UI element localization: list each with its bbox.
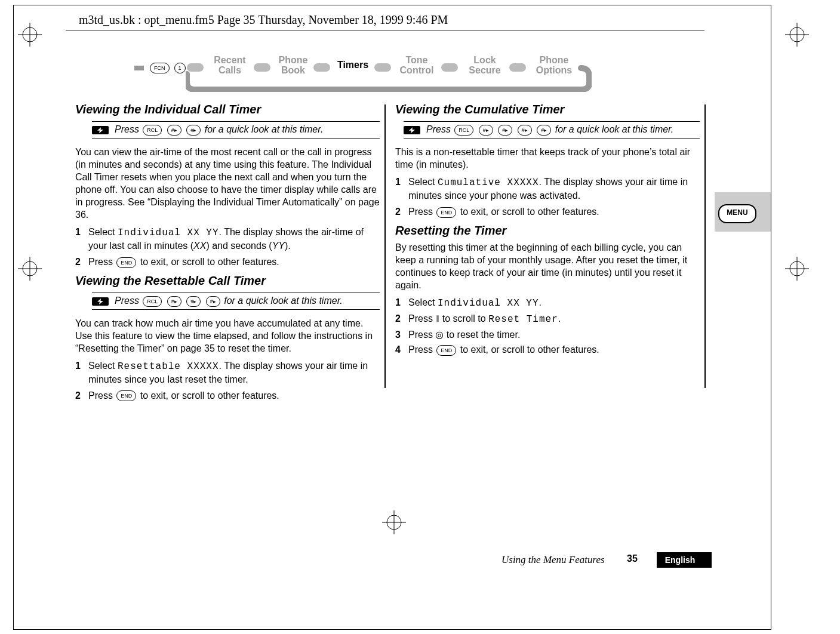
step-number: 4	[395, 343, 401, 356]
rcl-key: RCL	[143, 125, 162, 136]
nav-pipe-icon	[186, 60, 592, 92]
heading-cumulative-timer: Viewing the Cumulative Timer	[395, 103, 700, 116]
paragraph: This is a non-resettable timer that keep…	[395, 146, 700, 171]
pound-key: #▸	[479, 125, 493, 136]
reg-mark-right	[785, 257, 809, 281]
step-number: 3	[395, 328, 401, 341]
pound-key: #▸	[167, 296, 181, 307]
tip-text: Press	[426, 124, 453, 134]
language-badge: English	[657, 552, 703, 568]
pound-key: #▸	[167, 125, 181, 136]
heading-resetting-timer: Resetting the Timer	[395, 224, 700, 238]
paragraph: By resetting this timer at the beginning…	[395, 241, 700, 291]
rcl-key: RCL	[454, 125, 473, 136]
paragraph: You can view the air-time of the most re…	[75, 146, 380, 221]
step-number: 2	[395, 205, 401, 218]
end-key: END	[116, 257, 136, 268]
end-key: END	[436, 345, 456, 356]
reg-mark-bottom	[382, 510, 406, 534]
tip-text: Press	[115, 124, 141, 134]
footer-section: Using the Menu Features	[501, 554, 605, 566]
page-path: m3td_us.bk : opt_menu.fm5 Page 35 Thursd…	[79, 13, 448, 27]
pound-key: #▸	[186, 125, 201, 136]
tip-text: for a quick look at this timer.	[555, 124, 674, 134]
reg-mark-top-right	[785, 23, 809, 47]
tip-text: for a quick look at this timer.	[224, 296, 343, 306]
heading-individual-timer: Viewing the Individual Call Timer	[75, 103, 380, 116]
list-item: 1 Select Individual XX YY. The display s…	[75, 226, 380, 252]
list-item: 1 Select Cumulative XXXXX. The display s…	[395, 176, 700, 202]
rcl-key: RCL	[143, 296, 162, 307]
list-item: 3 Press ◎ to reset the timer.	[395, 328, 700, 341]
step-number: 1	[395, 296, 401, 309]
menu-badge: MENU	[718, 204, 756, 223]
end-key: END	[116, 390, 136, 401]
tip-text: for a quick look at this timer.	[205, 124, 324, 134]
step-number: 1	[75, 359, 81, 372]
list-item: 2 Press END to exit, or scroll to other …	[75, 389, 380, 402]
tip-icon	[92, 126, 109, 134]
list-item: 2 Press ⦀ to scroll to Reset Timer.	[395, 312, 700, 326]
list-item: 4 Press END to exit, or scroll to other …	[395, 343, 700, 356]
list-item: 1 Select Individual XX YY.	[395, 296, 700, 310]
step-number: 1	[395, 176, 401, 188]
list-item: 2 Press END to exit, or scroll to other …	[75, 256, 380, 268]
page-number: 35	[627, 553, 638, 564]
step-number: 2	[75, 256, 81, 268]
lcd-text: Individual XX YY	[118, 227, 219, 238]
reg-mark-top-left	[18, 23, 42, 47]
lcd-text: Resettable XXXXX	[118, 361, 219, 372]
end-key: END	[436, 207, 456, 218]
tip-text: Press	[115, 296, 141, 306]
step-number: 2	[395, 312, 401, 325]
pound-key: #▸	[537, 125, 551, 136]
pound-key: #▸	[518, 125, 532, 136]
step-number: 2	[75, 389, 81, 402]
tip-icon	[92, 297, 109, 306]
outer-rule	[704, 104, 706, 388]
heading-resettable-timer: Viewing the Resettable Call Timer	[75, 274, 380, 288]
step-number: 1	[75, 226, 81, 238]
reg-mark-left	[18, 257, 42, 281]
lcd-text: Reset Timer	[488, 314, 558, 325]
pound-key: #▸	[186, 296, 201, 307]
smart-key-icon: ◎	[435, 330, 444, 340]
thumb-tab	[703, 552, 712, 568]
list-item: 2 Press END to exit, or scroll to other …	[395, 205, 700, 218]
lcd-text: Cumulative XXXXX	[438, 177, 539, 188]
column-divider	[384, 104, 386, 388]
list-item: 1 Select Resettable XXXXX. The display s…	[75, 359, 380, 386]
pound-key: #▸	[206, 296, 220, 307]
paragraph: You can track how much air time you have…	[75, 317, 380, 355]
one-key: 1	[174, 63, 186, 73]
breadcrumb: FCN 1 Recent Calls Phone Book Timers Ton…	[134, 53, 612, 96]
pound-key: #▸	[498, 125, 512, 136]
tip-icon	[404, 126, 420, 134]
lcd-text: Individual XX YY	[438, 298, 539, 309]
fcn-key: FCN	[150, 63, 170, 73]
